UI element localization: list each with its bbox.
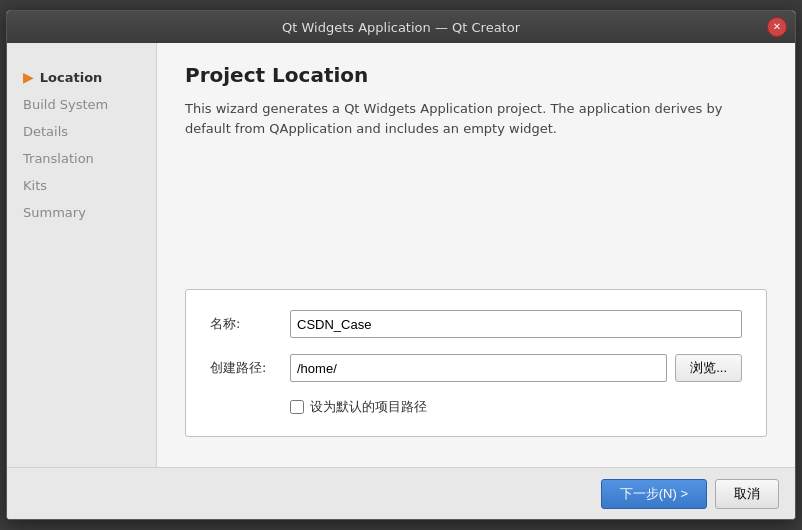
name-row: 名称: bbox=[210, 310, 742, 338]
window-title: Qt Widgets Application — Qt Creator bbox=[282, 20, 520, 35]
path-row: 创建路径: 浏览... bbox=[210, 354, 742, 382]
main-panel: Project Location This wizard generates a… bbox=[157, 43, 795, 467]
browse-button[interactable]: 浏览... bbox=[675, 354, 742, 382]
sidebar-item-translation-label: Translation bbox=[23, 151, 94, 166]
content-area: ▶ Location Build System Details Translat… bbox=[7, 43, 795, 467]
description-text: This wizard generates a Qt Widgets Appli… bbox=[185, 99, 745, 138]
page-title: Project Location bbox=[185, 63, 767, 87]
next-button[interactable]: 下一步(N) > bbox=[601, 479, 707, 509]
footer: 下一步(N) > 取消 bbox=[7, 467, 795, 519]
checkbox-row: 设为默认的项目路径 bbox=[290, 398, 742, 416]
main-window: Qt Widgets Application — Qt Creator ▶ Lo… bbox=[6, 10, 796, 520]
sidebar-item-details[interactable]: Details bbox=[7, 118, 156, 145]
titlebar: Qt Widgets Application — Qt Creator bbox=[7, 11, 795, 43]
sidebar-item-location-label: Location bbox=[40, 70, 103, 85]
sidebar: ▶ Location Build System Details Translat… bbox=[7, 43, 157, 467]
sidebar-item-build-system[interactable]: Build System bbox=[7, 91, 156, 118]
default-path-checkbox[interactable] bbox=[290, 400, 304, 414]
checkbox-label: 设为默认的项目路径 bbox=[310, 398, 427, 416]
close-button[interactable] bbox=[767, 17, 787, 37]
sidebar-item-summary[interactable]: Summary bbox=[7, 199, 156, 226]
sidebar-item-summary-label: Summary bbox=[23, 205, 86, 220]
sidebar-item-details-label: Details bbox=[23, 124, 68, 139]
name-label: 名称: bbox=[210, 315, 290, 333]
sidebar-item-location[interactable]: ▶ Location bbox=[7, 63, 156, 91]
sidebar-item-kits[interactable]: Kits bbox=[7, 172, 156, 199]
form-area: 名称: 创建路径: 浏览... 设为默认的项目路径 bbox=[185, 289, 767, 437]
sidebar-item-build-system-label: Build System bbox=[23, 97, 108, 112]
sidebar-item-kits-label: Kits bbox=[23, 178, 47, 193]
path-input[interactable] bbox=[290, 354, 667, 382]
cancel-button[interactable]: 取消 bbox=[715, 479, 779, 509]
sidebar-item-translation[interactable]: Translation bbox=[7, 145, 156, 172]
name-input[interactable] bbox=[290, 310, 742, 338]
active-arrow-icon: ▶ bbox=[23, 69, 34, 85]
path-label: 创建路径: bbox=[210, 359, 290, 377]
